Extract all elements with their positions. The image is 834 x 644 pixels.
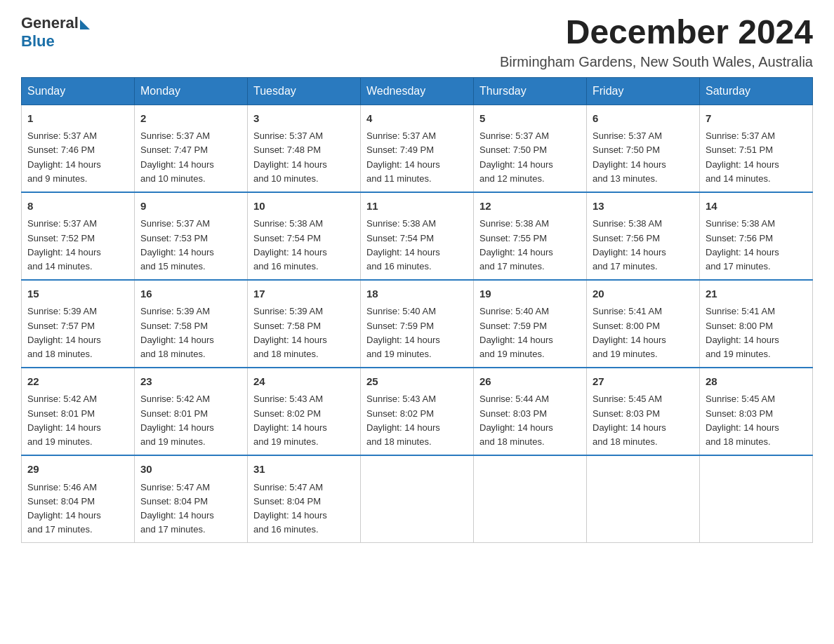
day-number: 11 xyxy=(366,199,468,215)
day-info: Sunrise: 5:43 AMSunset: 8:02 PMDaylight:… xyxy=(366,392,468,449)
day-number: 28 xyxy=(706,374,807,390)
day-number: 27 xyxy=(593,374,694,390)
calendar-cell: 12Sunrise: 5:38 AMSunset: 7:55 PMDayligh… xyxy=(474,192,587,280)
day-number: 24 xyxy=(253,374,355,390)
day-info: Sunrise: 5:37 AMSunset: 7:52 PMDaylight:… xyxy=(27,217,128,274)
calendar-cell: 5Sunrise: 5:37 AMSunset: 7:50 PMDaylight… xyxy=(474,105,587,192)
logo-general: General xyxy=(21,14,79,32)
calendar-cell: 4Sunrise: 5:37 AMSunset: 7:49 PMDaylight… xyxy=(361,105,474,192)
calendar-cell: 22Sunrise: 5:42 AMSunset: 8:01 PMDayligh… xyxy=(22,368,135,455)
calendar-header-thursday: Thursday xyxy=(474,77,587,105)
day-info: Sunrise: 5:39 AMSunset: 7:58 PMDaylight:… xyxy=(253,304,355,361)
day-number: 6 xyxy=(593,111,694,127)
day-info: Sunrise: 5:40 AMSunset: 7:59 PMDaylight:… xyxy=(366,304,468,361)
calendar-cell: 29Sunrise: 5:46 AMSunset: 8:04 PMDayligh… xyxy=(22,455,135,543)
day-info: Sunrise: 5:37 AMSunset: 7:47 PMDaylight:… xyxy=(140,129,241,186)
day-number: 2 xyxy=(140,111,241,127)
day-number: 20 xyxy=(593,286,694,302)
month-year-title: December 2024 xyxy=(500,14,813,51)
day-info: Sunrise: 5:38 AMSunset: 7:56 PMDaylight:… xyxy=(706,217,807,274)
day-number: 9 xyxy=(140,199,241,215)
calendar-cell xyxy=(361,455,474,543)
calendar-cell: 27Sunrise: 5:45 AMSunset: 8:03 PMDayligh… xyxy=(587,368,700,455)
day-number: 12 xyxy=(479,199,581,215)
calendar-header-monday: Monday xyxy=(135,77,248,105)
day-info: Sunrise: 5:39 AMSunset: 7:58 PMDaylight:… xyxy=(140,304,241,361)
calendar-cell: 9Sunrise: 5:37 AMSunset: 7:53 PMDaylight… xyxy=(135,192,248,280)
calendar-cell: 3Sunrise: 5:37 AMSunset: 7:48 PMDaylight… xyxy=(248,105,361,192)
day-number: 8 xyxy=(27,199,128,215)
day-info: Sunrise: 5:37 AMSunset: 7:48 PMDaylight:… xyxy=(253,129,355,186)
calendar-cell xyxy=(587,455,700,543)
day-number: 26 xyxy=(479,374,581,390)
day-info: Sunrise: 5:37 AMSunset: 7:53 PMDaylight:… xyxy=(140,217,241,274)
calendar-header-tuesday: Tuesday xyxy=(248,77,361,105)
day-number: 17 xyxy=(253,286,355,302)
day-info: Sunrise: 5:38 AMSunset: 7:54 PMDaylight:… xyxy=(366,217,468,274)
day-info: Sunrise: 5:37 AMSunset: 7:46 PMDaylight:… xyxy=(27,129,128,186)
calendar-cell: 24Sunrise: 5:43 AMSunset: 8:02 PMDayligh… xyxy=(248,368,361,455)
day-info: Sunrise: 5:38 AMSunset: 7:56 PMDaylight:… xyxy=(593,217,694,274)
calendar-week-row: 15Sunrise: 5:39 AMSunset: 7:57 PMDayligh… xyxy=(22,280,813,368)
calendar-cell: 11Sunrise: 5:38 AMSunset: 7:54 PMDayligh… xyxy=(361,192,474,280)
calendar-cell: 16Sunrise: 5:39 AMSunset: 7:58 PMDayligh… xyxy=(135,280,248,368)
calendar-cell: 20Sunrise: 5:41 AMSunset: 8:00 PMDayligh… xyxy=(587,280,700,368)
day-info: Sunrise: 5:45 AMSunset: 8:03 PMDaylight:… xyxy=(706,392,807,449)
day-number: 16 xyxy=(140,286,241,302)
page-header: General Blue December 2024 Birmingham Ga… xyxy=(21,14,813,70)
day-info: Sunrise: 5:47 AMSunset: 8:04 PMDaylight:… xyxy=(140,481,241,537)
calendar-week-row: 22Sunrise: 5:42 AMSunset: 8:01 PMDayligh… xyxy=(22,368,813,455)
calendar-cell: 2Sunrise: 5:37 AMSunset: 7:47 PMDaylight… xyxy=(135,105,248,192)
day-info: Sunrise: 5:42 AMSunset: 8:01 PMDaylight:… xyxy=(140,392,241,449)
day-number: 3 xyxy=(253,111,355,127)
day-info: Sunrise: 5:38 AMSunset: 7:55 PMDaylight:… xyxy=(479,217,581,274)
day-info: Sunrise: 5:42 AMSunset: 8:01 PMDaylight:… xyxy=(27,392,128,449)
day-info: Sunrise: 5:41 AMSunset: 8:00 PMDaylight:… xyxy=(706,304,807,361)
calendar-cell: 18Sunrise: 5:40 AMSunset: 7:59 PMDayligh… xyxy=(361,280,474,368)
day-number: 22 xyxy=(27,374,128,390)
day-info: Sunrise: 5:47 AMSunset: 8:04 PMDaylight:… xyxy=(253,481,355,537)
calendar-cell: 10Sunrise: 5:38 AMSunset: 7:54 PMDayligh… xyxy=(248,192,361,280)
calendar-header-friday: Friday xyxy=(587,77,700,105)
day-number: 30 xyxy=(140,462,241,478)
day-number: 15 xyxy=(27,286,128,302)
calendar-cell: 23Sunrise: 5:42 AMSunset: 8:01 PMDayligh… xyxy=(135,368,248,455)
day-info: Sunrise: 5:37 AMSunset: 7:50 PMDaylight:… xyxy=(593,129,694,186)
day-number: 10 xyxy=(253,199,355,215)
calendar-cell: 31Sunrise: 5:47 AMSunset: 8:04 PMDayligh… xyxy=(248,455,361,543)
day-number: 29 xyxy=(27,462,128,478)
calendar-cell: 13Sunrise: 5:38 AMSunset: 7:56 PMDayligh… xyxy=(587,192,700,280)
day-info: Sunrise: 5:40 AMSunset: 7:59 PMDaylight:… xyxy=(479,304,581,361)
calendar-cell: 8Sunrise: 5:37 AMSunset: 7:52 PMDaylight… xyxy=(22,192,135,280)
day-number: 23 xyxy=(140,374,241,390)
calendar-cell: 17Sunrise: 5:39 AMSunset: 7:58 PMDayligh… xyxy=(248,280,361,368)
day-info: Sunrise: 5:38 AMSunset: 7:54 PMDaylight:… xyxy=(253,217,355,274)
day-number: 7 xyxy=(706,111,807,127)
day-info: Sunrise: 5:46 AMSunset: 8:04 PMDaylight:… xyxy=(27,481,128,537)
day-info: Sunrise: 5:39 AMSunset: 7:57 PMDaylight:… xyxy=(27,304,128,361)
calendar-table: SundayMondayTuesdayWednesdayThursdayFrid… xyxy=(21,77,813,543)
calendar-cell xyxy=(700,455,813,543)
day-number: 13 xyxy=(593,199,694,215)
calendar-cell: 14Sunrise: 5:38 AMSunset: 7:56 PMDayligh… xyxy=(700,192,813,280)
logo-blue: Blue xyxy=(21,32,55,51)
day-info: Sunrise: 5:44 AMSunset: 8:03 PMDaylight:… xyxy=(479,392,581,449)
day-number: 5 xyxy=(479,111,581,127)
day-number: 14 xyxy=(706,199,807,215)
location-subtitle: Birmingham Gardens, New South Wales, Aus… xyxy=(500,54,813,70)
calendar-week-row: 8Sunrise: 5:37 AMSunset: 7:52 PMDaylight… xyxy=(22,192,813,280)
calendar-cell: 7Sunrise: 5:37 AMSunset: 7:51 PMDaylight… xyxy=(700,105,813,192)
day-number: 4 xyxy=(366,111,468,127)
calendar-cell xyxy=(474,455,587,543)
day-info: Sunrise: 5:37 AMSunset: 7:49 PMDaylight:… xyxy=(366,129,468,186)
day-number: 21 xyxy=(706,286,807,302)
day-info: Sunrise: 5:43 AMSunset: 8:02 PMDaylight:… xyxy=(253,392,355,449)
calendar-cell: 19Sunrise: 5:40 AMSunset: 7:59 PMDayligh… xyxy=(474,280,587,368)
logo: General Blue xyxy=(21,14,90,51)
day-number: 19 xyxy=(479,286,581,302)
day-number: 25 xyxy=(366,374,468,390)
calendar-cell: 25Sunrise: 5:43 AMSunset: 8:02 PMDayligh… xyxy=(361,368,474,455)
calendar-header-row: SundayMondayTuesdayWednesdayThursdayFrid… xyxy=(22,77,813,105)
day-number: 18 xyxy=(366,286,468,302)
calendar-cell: 30Sunrise: 5:47 AMSunset: 8:04 PMDayligh… xyxy=(135,455,248,543)
